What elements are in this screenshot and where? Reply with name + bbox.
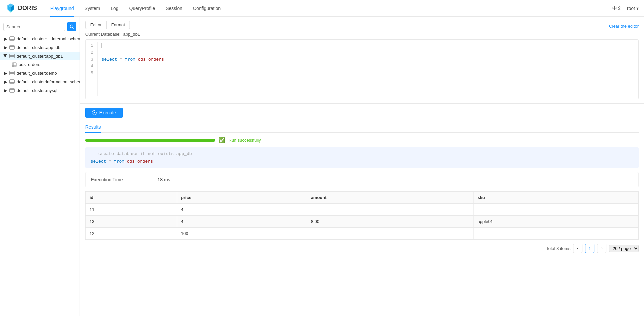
- tree-item-info-schema[interactable]: ▶ default_cluster:information_schema: [0, 77, 80, 86]
- svg-rect-3: [10, 37, 14, 41]
- nav-session[interactable]: Session: [161, 0, 188, 17]
- main-layout: ▶ default_cluster::__internal_schema ▶ d…: [0, 17, 644, 316]
- code-line-1: [102, 42, 636, 49]
- tab-results[interactable]: Results: [85, 122, 101, 133]
- tree-arrow-expanded-icon: ▶: [3, 54, 8, 58]
- cell-amount: [307, 204, 474, 216]
- svg-marker-26: [94, 112, 96, 114]
- editor-tabs: Editor Format: [85, 21, 130, 29]
- nav-playground[interactable]: Playground: [45, 0, 79, 17]
- doris-logo-icon: [5, 3, 16, 14]
- tree-child-ods-orders[interactable]: ods_orders: [0, 60, 80, 69]
- database-icon: [9, 53, 15, 59]
- table-icon: [12, 62, 17, 67]
- tree-item-label: default_cluster:app_db1: [17, 54, 63, 59]
- tree-item-label: default_cluster:demo: [17, 71, 57, 76]
- cell-price: 4: [177, 216, 307, 228]
- pagination: Total 3 items ‹ 1 › 20 / page: [85, 240, 639, 257]
- tree-item-label: default_cluster::__internal_schema: [17, 36, 80, 41]
- user-menu[interactable]: root ▾: [627, 6, 639, 11]
- nav-log[interactable]: Log: [106, 0, 124, 17]
- header-right: 中文 root ▾: [612, 5, 639, 11]
- header-row: id price amount sku: [86, 192, 639, 204]
- col-id: id: [86, 192, 177, 204]
- search-icon: [70, 24, 74, 29]
- code-editor[interactable]: 1 2 3 4 5 select * from ods_orders: [85, 39, 639, 99]
- database-icon: [9, 88, 15, 93]
- header: DORIS Playground System Log QueryProfile…: [0, 0, 644, 17]
- table-body: 11 4 13 4 8.00 apple01 12 100: [86, 204, 639, 240]
- cell-sku: [474, 228, 639, 240]
- col-price: price: [177, 192, 307, 204]
- tab-editor[interactable]: Editor: [85, 21, 107, 29]
- result-table: id price amount sku 11 4 13: [85, 191, 639, 240]
- prev-page-button[interactable]: ‹: [573, 244, 582, 253]
- cell-sku: [474, 204, 639, 216]
- tree-item-internal-schema[interactable]: ▶ default_cluster::__internal_schema: [0, 34, 80, 43]
- next-page-button[interactable]: ›: [597, 244, 606, 253]
- table-row: 13 4 8.00 apple01: [86, 216, 639, 228]
- query-comment: -- create database if not exists app_db: [91, 151, 633, 156]
- tree-item-demo[interactable]: ▶ default_cluster:demo: [0, 69, 80, 77]
- cell-sku: apple01: [474, 216, 639, 228]
- table-header: id price amount sku: [86, 192, 639, 204]
- current-db-value: app_db1: [123, 32, 140, 37]
- query-preview: -- create database if not exists app_db …: [85, 147, 639, 168]
- search-button[interactable]: [67, 22, 76, 31]
- search-box: [0, 19, 80, 34]
- tab-format[interactable]: Format: [107, 21, 130, 29]
- total-items: Total 3 items: [546, 246, 570, 251]
- svg-rect-9: [10, 54, 14, 58]
- cell-id: 13: [86, 216, 177, 228]
- search-input[interactable]: [3, 23, 65, 31]
- svg-rect-19: [10, 80, 14, 84]
- user-dropdown-icon: ▾: [636, 6, 639, 11]
- table-row: 12 100: [86, 228, 639, 240]
- content-area: Editor Format Clear the editor Current D…: [80, 17, 644, 316]
- logo-text: DORIS: [18, 5, 37, 12]
- execute-button[interactable]: Execute: [85, 108, 123, 118]
- line-numbers: 1 2 3 4 5: [88, 42, 98, 96]
- tree-arrow-icon: ▶: [3, 45, 8, 50]
- exec-time-label: Execution Time:: [91, 177, 158, 182]
- database-icon: [9, 45, 15, 50]
- svg-line-2: [73, 28, 74, 29]
- tree-item-label: default_cluster:app_db: [17, 45, 61, 50]
- run-status: Run successfully: [228, 138, 261, 143]
- success-icon: ✅: [218, 137, 225, 143]
- cell-amount: [307, 228, 474, 240]
- sidebar: ▶ default_cluster::__internal_schema ▶ d…: [0, 17, 80, 316]
- code-line-2: [102, 49, 636, 56]
- current-page: 1: [585, 244, 594, 253]
- col-amount: amount: [307, 192, 474, 204]
- logo: DORIS: [5, 3, 37, 14]
- page-size-select[interactable]: 20 / page: [609, 245, 639, 252]
- current-db-label: Current Database:: [85, 32, 121, 37]
- nav-configuration[interactable]: Configuration: [188, 0, 226, 17]
- tree-arrow-icon: ▶: [3, 36, 8, 41]
- tree-item-mysql[interactable]: ▶ default_cluster:mysql: [0, 86, 80, 95]
- code-content: select * from ods_orders: [98, 42, 636, 96]
- tree-item-app-db1[interactable]: ▶ default_cluster:app_db1: [0, 52, 80, 60]
- results-section: Results ✅ Run successfully -- create dat…: [80, 122, 644, 316]
- nav-system[interactable]: System: [79, 0, 106, 17]
- svg-rect-12: [12, 63, 16, 67]
- tree-arrow-icon: ▶: [3, 71, 8, 75]
- nav-queryprofile[interactable]: QueryProfile: [124, 0, 161, 17]
- tree-item-label: default_cluster:mysql: [17, 88, 57, 93]
- execute-play-icon: [92, 110, 97, 115]
- database-icon: [9, 79, 15, 84]
- user-name: root: [627, 6, 635, 11]
- exec-time-value: 18 ms: [158, 177, 170, 182]
- cell-price: 4: [177, 204, 307, 216]
- code-line-5: [102, 70, 636, 77]
- execute-section: Execute: [80, 104, 644, 122]
- cell-id: 11: [86, 204, 177, 216]
- clear-editor-button[interactable]: Clear the editor: [609, 24, 639, 29]
- svg-rect-16: [10, 71, 14, 75]
- code-line-3: select * from ods_orders: [102, 56, 636, 63]
- tree-item-app-db[interactable]: ▶ default_cluster:app_db: [0, 43, 80, 52]
- current-database: Current Database: app_db1: [85, 32, 639, 37]
- language-button[interactable]: 中文: [612, 5, 622, 11]
- exec-time-row: Execution Time: 18 ms: [91, 177, 633, 182]
